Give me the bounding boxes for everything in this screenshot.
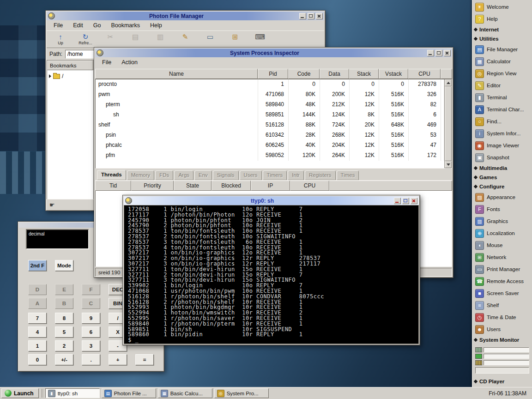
scroll-down-button[interactable] xyxy=(445,161,452,168)
thread-column-header-state[interactable]: State xyxy=(174,181,212,191)
shelf-item-region-view[interactable]: ◎Region View xyxy=(472,67,532,79)
close-button[interactable] xyxy=(411,198,417,204)
menu-go[interactable]: Go xyxy=(88,21,106,30)
calc-button-8[interactable]: 8 xyxy=(55,313,73,324)
calc-button-[interactable]: + xyxy=(109,354,127,365)
task-button-photon-file[interactable]: ▤Photon File ... xyxy=(102,388,156,398)
column-header-cpu[interactable]: CPU xyxy=(408,69,441,79)
terminal-content[interactable]: 172058 1 bin/login 10o REPLY 7 217117 1 … xyxy=(124,205,419,344)
shelf-section-multimedia[interactable]: Multimedia xyxy=(472,163,532,173)
maximize-button[interactable] xyxy=(308,13,314,19)
calc-button-[interactable]: . xyxy=(82,354,100,365)
process-row[interactable]: pfm598052120K264K12K516K172 xyxy=(96,151,444,161)
calc-button-b[interactable]: B xyxy=(55,298,73,309)
calc-button-4[interactable]: 4 xyxy=(28,326,47,338)
scroll-up-button[interactable] xyxy=(445,79,452,86)
column-header-pid[interactable]: Pid xyxy=(258,69,288,79)
shelf-item-print-manager[interactable]: ▭Print Manager xyxy=(472,263,532,275)
process-row[interactable]: pwm47106880K200K12K516K326 xyxy=(96,90,444,100)
close-button[interactable] xyxy=(316,13,323,19)
shelf-item-network[interactable]: ⊞Network xyxy=(472,251,532,263)
shelf-item-help[interactable]: ?Help xyxy=(472,13,532,25)
shelf-item-mouse[interactable]: ◖Mouse xyxy=(472,239,532,251)
task-button-basic-calcu[interactable]: ▦Basic Calcu... xyxy=(158,388,212,398)
calc-button-c[interactable]: C xyxy=(82,298,100,309)
shelf-item-image-viewer[interactable]: ◉Image Viewer xyxy=(472,139,532,151)
calc-button-9[interactable]: 9 xyxy=(82,313,100,324)
up-button[interactable]: ↑Up xyxy=(50,31,71,47)
window-menu-icon[interactable] xyxy=(125,197,132,204)
calc-button-0[interactable]: 0 xyxy=(28,354,47,365)
process-row[interactable]: phcalc60624540K204K12K516K47 xyxy=(96,140,444,151)
tab-args[interactable]: Args xyxy=(174,170,193,180)
terminal-titlebar[interactable]: ttyp0: sh xyxy=(124,196,419,205)
shelf-section-games[interactable]: Games xyxy=(472,173,532,182)
calc-button-mode[interactable]: Mode xyxy=(55,260,73,271)
shelf-item-editor[interactable]: ✎Editor xyxy=(472,79,532,91)
tab-times[interactable]: Times xyxy=(337,170,359,180)
menu-edit[interactable]: Edit xyxy=(68,21,88,30)
calc-button-[interactable]: +/- xyxy=(55,354,73,365)
print-button[interactable]: ▭ xyxy=(200,31,220,47)
shelf-item-terminal-char[interactable]: ATerminal Char... xyxy=(472,103,532,115)
tab-memory[interactable]: Memory xyxy=(127,170,155,180)
shelf-section-system-monitor[interactable]: System Monitor xyxy=(472,335,532,345)
file-manager-titlebar[interactable]: Photon File Manager xyxy=(47,12,324,20)
minimize-button[interactable] xyxy=(427,50,434,56)
calc-button-d[interactable]: D xyxy=(28,284,47,295)
shelf-item-snapshot[interactable]: ▣Snapshot xyxy=(472,151,532,163)
shelf-item-file-manager[interactable]: ▤File Manager xyxy=(472,43,532,55)
shelf-item-localization[interactable]: ⊕Localization xyxy=(472,227,532,239)
column-header-name[interactable]: Name xyxy=(95,69,258,79)
shelf-item-calculator[interactable]: ▦Calculator xyxy=(472,55,532,67)
shelf-item-shelf[interactable]: ≡Shelf xyxy=(472,299,532,311)
taskbar-grip[interactable] xyxy=(41,389,43,398)
thread-column-header-ip[interactable]: IP xyxy=(251,181,290,191)
calc-button-5[interactable]: 5 xyxy=(55,326,73,338)
tab-signals[interactable]: Signals xyxy=(213,170,239,180)
scrollbar-track[interactable] xyxy=(445,86,452,161)
shelf-item-users[interactable]: ☻Users xyxy=(472,323,532,335)
process-list-scrollbar[interactable] xyxy=(444,79,452,168)
process-row[interactable]: psin61034228K268K12K516K53 xyxy=(96,130,444,140)
shelf-item-fonts[interactable]: FFonts xyxy=(472,203,532,215)
thread-column-header-tid[interactable]: Tid xyxy=(95,181,131,191)
calc-button-7[interactable]: 7 xyxy=(28,313,47,324)
shelf-item-graphics[interactable]: ▥Graphics xyxy=(472,215,532,227)
cut-button[interactable]: ✂ xyxy=(100,31,121,47)
window-menu-icon[interactable] xyxy=(97,49,103,56)
shelf-section-cd-player[interactable]: CD Player xyxy=(472,377,532,386)
shelf-section-utilities[interactable]: Utilities xyxy=(472,34,532,43)
process-row[interactable]: procnto10000278378 xyxy=(96,79,444,90)
calc-button-2nd-f[interactable]: 2nd F xyxy=(28,260,47,271)
calc-button-1[interactable]: 1 xyxy=(28,340,47,351)
minimize-button[interactable] xyxy=(394,198,401,204)
shelf-section-internet[interactable]: Internet xyxy=(472,25,532,34)
shelf-item-find[interactable]: ○Find... xyxy=(472,115,532,127)
tab-env[interactable]: Env xyxy=(194,170,212,180)
thread-column-header-blocked[interactable]: Blocked xyxy=(212,181,251,191)
maximize-button[interactable] xyxy=(402,198,409,204)
shelf-item-screen-saver[interactable]: ■Screen Saver xyxy=(472,287,532,299)
task-button-ttyp0-sh[interactable]: ▮ttyp0: sh xyxy=(45,388,100,398)
menu-bookmarks[interactable]: Bookmarks xyxy=(106,21,145,30)
system-monitor-widget[interactable] xyxy=(474,345,530,376)
bookmark-item[interactable]: / xyxy=(47,72,93,80)
process-inspector-titlebar[interactable]: System Process Inspector xyxy=(95,48,452,57)
process-row[interactable]: shelf51612888K724K20K648K469 xyxy=(96,120,444,130)
copy-button[interactable]: ▤ xyxy=(125,31,145,47)
shelf-item-remote-access[interactable]: ☎Remote Access xyxy=(472,275,532,287)
calc-button-e[interactable]: E xyxy=(55,284,73,295)
calc-button-3[interactable]: 3 xyxy=(82,340,100,351)
tab-threads[interactable]: Threads xyxy=(97,170,126,180)
new-folder-button[interactable]: ⊞ xyxy=(225,31,245,47)
window-menu-icon[interactable] xyxy=(48,12,55,19)
menu-file[interactable]: File xyxy=(97,58,116,66)
menu-file[interactable]: File xyxy=(48,21,68,30)
calc-button-a[interactable]: A xyxy=(28,298,47,309)
column-header-data[interactable]: Data xyxy=(320,69,349,79)
column-header-code[interactable]: Code xyxy=(288,69,320,79)
paste-button[interactable]: ▥ xyxy=(150,31,170,47)
expander-icon[interactable] xyxy=(49,74,51,78)
thread-column-header-cpu[interactable]: CPU xyxy=(290,181,329,191)
